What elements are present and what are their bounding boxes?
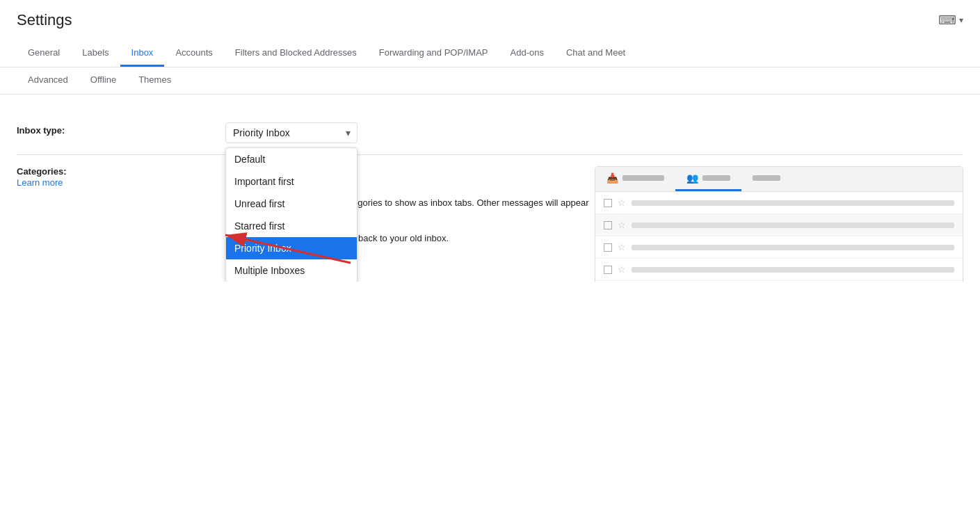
tab-inbox[interactable]: Inbox	[120, 40, 165, 67]
preview-star-4: ☆	[618, 264, 626, 275]
dropdown-chevron: ▾	[959, 15, 963, 25]
dropdown-list: Default Important first Unread first Sta…	[225, 147, 358, 282]
inbox-type-select[interactable]: Default Important first Unread first Sta…	[225, 122, 358, 143]
categories-label: Categories:	[17, 166, 225, 177]
tab-general[interactable]: General	[17, 40, 71, 67]
learn-more-link[interactable]: Learn more	[17, 177, 63, 188]
dropdown-item-starred-first[interactable]: Starred first	[226, 215, 357, 237]
people-preview-icon: 👥	[686, 172, 698, 184]
categories-label-col: Categories: Learn more	[17, 166, 225, 188]
preview-tab-primary: 📥	[595, 167, 675, 191]
sub-tab-offline[interactable]: Offline	[79, 67, 127, 94]
dropdown-item-default[interactable]: Default	[226, 148, 357, 170]
main-content: Inbox type: Default Important first Unre…	[0, 95, 980, 282]
preview-arrow-area	[595, 281, 963, 282]
tab-chat[interactable]: Chat and Meet	[555, 40, 636, 67]
dropdown-item-unread-first[interactable]: Unread first	[226, 193, 357, 215]
page-title: Settings	[17, 11, 72, 29]
preview-tabs-row: 📥 👥	[595, 167, 963, 192]
preview-row-4: ☆	[595, 259, 963, 281]
preview-tab-social: 👥	[675, 167, 741, 191]
categories-row: Categories: Learn more Forums Choose whi…	[17, 155, 963, 265]
preview-tab-bar-3	[753, 175, 780, 181]
preview-star-2: ☆	[618, 220, 626, 230]
preview-line-2	[632, 223, 954, 228]
preview-container: 📥 👥 ☆	[595, 166, 963, 282]
preview-row-2: ☆	[595, 214, 963, 236]
preview-checkbox-4	[604, 266, 612, 274]
preview-line-1	[632, 200, 954, 206]
preview-star-1: ☆	[618, 197, 626, 208]
tab-filters[interactable]: Filters and Blocked Addresses	[224, 40, 368, 67]
preview-star-3: ☆	[618, 242, 626, 252]
title-row: Settings ⌨ ▾	[17, 11, 963, 29]
select-wrapper: Default Important first Unread first Sta…	[225, 122, 358, 143]
sub-tabs: Advanced Offline Themes	[0, 67, 980, 95]
keyboard-icon[interactable]: ⌨ ▾	[938, 13, 963, 28]
inbox-type-row: Inbox type: Default Important first Unre…	[17, 111, 963, 155]
preview-checkbox-2	[604, 221, 612, 229]
preview-checkbox-3	[604, 243, 612, 252]
preview-tab-bar-2	[702, 175, 730, 181]
tab-labels[interactable]: Labels	[71, 40, 120, 67]
preview-checkbox-1	[604, 199, 612, 207]
inbox-type-label: Inbox type:	[17, 122, 225, 136]
tab-addons[interactable]: Add-ons	[499, 40, 555, 67]
dropdown-item-priority-inbox[interactable]: Priority Inbox	[226, 237, 357, 259]
preview-row-3: ☆	[595, 236, 963, 259]
preview-tab-extra	[741, 170, 792, 188]
preview-line-4	[632, 267, 954, 273]
dropdown-item-important-first[interactable]: Important first	[226, 170, 357, 193]
preview-tab-bar-1	[622, 175, 664, 181]
nav-tabs: General Labels Inbox Accounts Filters an…	[17, 40, 963, 67]
inbox-preview-icon: 📥	[607, 172, 618, 184]
tab-forwarding[interactable]: Forwarding and POP/IMAP	[368, 40, 499, 67]
preview-row-1: ☆	[595, 192, 963, 214]
inbox-type-control: Default Important first Unread first Sta…	[225, 122, 963, 143]
sub-tab-advanced[interactable]: Advanced	[17, 67, 79, 94]
tab-accounts[interactable]: Accounts	[164, 40, 223, 67]
preview-line-3	[632, 245, 954, 250]
sub-tab-themes[interactable]: Themes	[127, 67, 182, 94]
dropdown-item-multiple-inboxes[interactable]: Multiple Inboxes	[226, 259, 357, 282]
preview-image: 📥 👥 ☆	[595, 166, 963, 282]
header: Settings ⌨ ▾ General Labels Inbox Accoun…	[0, 0, 980, 67]
